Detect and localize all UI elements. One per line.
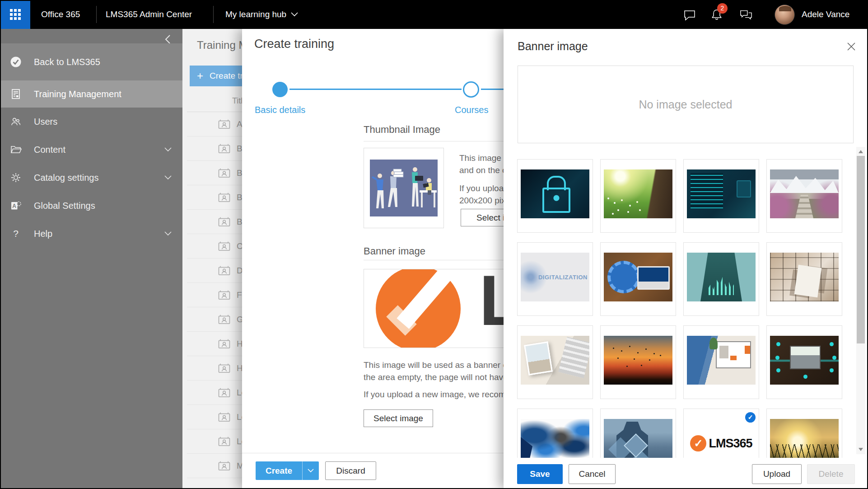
- hub-selector[interactable]: My learning hub: [225, 0, 298, 29]
- scrollbar-thumb[interactable]: [857, 156, 865, 343]
- banner-image-thumbnail: [521, 169, 589, 218]
- question-icon: ?: [10, 228, 22, 240]
- lms365-check-icon: [10, 56, 22, 68]
- user-name[interactable]: Adele Vance: [802, 0, 849, 29]
- sidebar-item-global-settings[interactable]: A Global Settings: [0, 192, 182, 220]
- thumbnail-recommendation: If you upload 200x200 pixe: [459, 182, 504, 207]
- sidebar-item-training-management[interactable]: Training Management: [0, 80, 182, 108]
- thumbnail-text: DIGITALIZATION: [538, 274, 588, 281]
- scroll-up-icon[interactable]: [859, 150, 863, 153]
- topbar-divider: [213, 6, 214, 23]
- chat-icon[interactable]: [683, 9, 696, 21]
- chevron-down-icon: [164, 147, 172, 152]
- people-illustration: [370, 160, 438, 216]
- plus-icon: +: [197, 70, 203, 82]
- gear-icon: [10, 172, 22, 183]
- banner-image-option-digitalization[interactable]: DIGITALIZATION: [517, 242, 593, 316]
- banner-image-option-network-desk[interactable]: [766, 325, 842, 399]
- waffle-icon: [9, 9, 21, 20]
- banner-preview: L: [364, 269, 504, 348]
- image-placeholder-icon: [218, 290, 230, 300]
- top-bar: Office 365 LMS365 Admin Center My learni…: [0, 0, 868, 29]
- banner-image-thumbnail: [521, 336, 589, 385]
- sidebar-item-back-to-lms365[interactable]: Back to LMS365: [0, 43, 182, 80]
- create-button[interactable]: Create: [256, 461, 302, 480]
- banner-image-option-photos-keyboard[interactable]: [517, 325, 593, 399]
- banner-image-thumbnail: LMS365: [687, 419, 756, 458]
- close-icon[interactable]: [846, 42, 856, 52]
- user-avatar[interactable]: [775, 5, 795, 25]
- banner-image-option-cybersecurity-laptop[interactable]: [683, 159, 759, 233]
- banner-image-panel: Banner image No image selected DIGITALI: [504, 29, 868, 489]
- panel-title: Create training: [254, 37, 334, 51]
- banner-image-option-digital-padlock[interactable]: [517, 159, 593, 233]
- image-placeholder-icon: [218, 436, 230, 447]
- discard-button[interactable]: Discard: [325, 461, 376, 480]
- sidebar-item-users[interactable]: Users: [0, 108, 182, 136]
- banner-image-option-gear-laptop[interactable]: [600, 242, 676, 316]
- svg-text:A: A: [12, 203, 16, 209]
- create-panel-footer: Create Discard: [242, 453, 504, 489]
- chevron-down-icon: [291, 12, 298, 17]
- cancel-button[interactable]: Cancel: [569, 464, 616, 484]
- banner-image-option-sunny-meadow[interactable]: [600, 159, 676, 233]
- delete-button[interactable]: Delete: [807, 464, 855, 484]
- banner-image-thumbnail: [770, 253, 839, 301]
- selected-check-icon: [745, 412, 756, 423]
- scroll-down-icon[interactable]: [859, 448, 863, 451]
- sidebar-nav: Back to LMS365 Training Management Users…: [0, 29, 182, 489]
- create-split-button[interactable]: Create: [256, 461, 319, 480]
- panel-title: Banner image: [518, 40, 588, 53]
- sidebar-item-catalog-settings[interactable]: Catalog settings: [0, 164, 182, 192]
- banner-image-option-grass-sunset[interactable]: [766, 409, 842, 458]
- select-thumbnail-button[interactable]: Select im: [461, 209, 504, 226]
- banner-image-thumbnail: [604, 336, 672, 385]
- stepper-connector: [289, 89, 462, 90]
- thumbnail-preview: [364, 148, 444, 228]
- image-placeholder-icon: [218, 143, 230, 154]
- banner-image-option-man-laptop-website[interactable]: [683, 325, 759, 399]
- document-icon: [10, 88, 22, 100]
- image-placeholder-icon: [218, 314, 230, 324]
- banner-image-option-hexagons-businessman[interactable]: [600, 409, 676, 458]
- sidebar-item-content[interactable]: Content: [0, 136, 182, 164]
- upload-button[interactable]: Upload: [752, 464, 802, 484]
- image-placeholder-icon: [218, 216, 230, 227]
- thumbnail-section-heading: Thumbnail Image: [364, 124, 440, 136]
- feedback-icon[interactable]: [740, 9, 752, 21]
- admin-center-brand[interactable]: LMS365 Admin Center: [106, 0, 192, 29]
- banner-recommendation: If you upload a new image, we recomme: [364, 388, 504, 400]
- office-365-brand[interactable]: Office 365: [41, 0, 80, 29]
- create-dropdown-button[interactable]: [302, 461, 319, 480]
- banner-image-option-office-overhead[interactable]: [766, 242, 842, 316]
- banner-image-thumbnail: [770, 419, 839, 458]
- banner-image-option-world-map[interactable]: [517, 409, 593, 458]
- step-label-courses[interactable]: Courses: [455, 105, 488, 115]
- sidebar-item-help[interactable]: ? Help: [0, 220, 182, 248]
- banner-image-option-data-chart-hands[interactable]: [683, 242, 759, 316]
- topbar-divider: [96, 6, 97, 23]
- gallery-scrollbar[interactable]: [856, 147, 865, 454]
- banner-image-thumbnail: [687, 169, 756, 218]
- logo-letter: L: [479, 269, 504, 341]
- banner-image-option-mountain-path[interactable]: [766, 159, 842, 233]
- app-launcher-button[interactable]: [0, 0, 30, 29]
- banner-image-thumbnail: [604, 419, 672, 458]
- step-courses-indicator[interactable]: [463, 81, 479, 98]
- image-placeholder-icon: [218, 265, 230, 276]
- notification-count-badge: 2: [717, 3, 728, 14]
- step-label-basic-details[interactable]: Basic details: [255, 105, 305, 115]
- image-placeholder-icon: [218, 192, 230, 202]
- selected-image-preview: No image selected: [518, 66, 854, 143]
- select-banner-button[interactable]: Select image: [364, 409, 433, 427]
- banner-description: This image will be used as a banner of t…: [364, 359, 504, 383]
- page-title: Training M: [197, 39, 247, 52]
- save-button[interactable]: Save: [517, 464, 563, 484]
- thumbnail-description: This image is and on the c: [459, 152, 504, 176]
- banner-image-option-lms365-logo[interactable]: LMS365: [683, 409, 759, 458]
- image-placeholder-icon: [218, 387, 230, 398]
- step-basic-details-indicator[interactable]: [272, 82, 288, 97]
- banner-image-option-sunset-birds[interactable]: [600, 325, 676, 399]
- banner-image-thumbnail: [770, 336, 839, 385]
- chevron-down-icon: [164, 231, 172, 236]
